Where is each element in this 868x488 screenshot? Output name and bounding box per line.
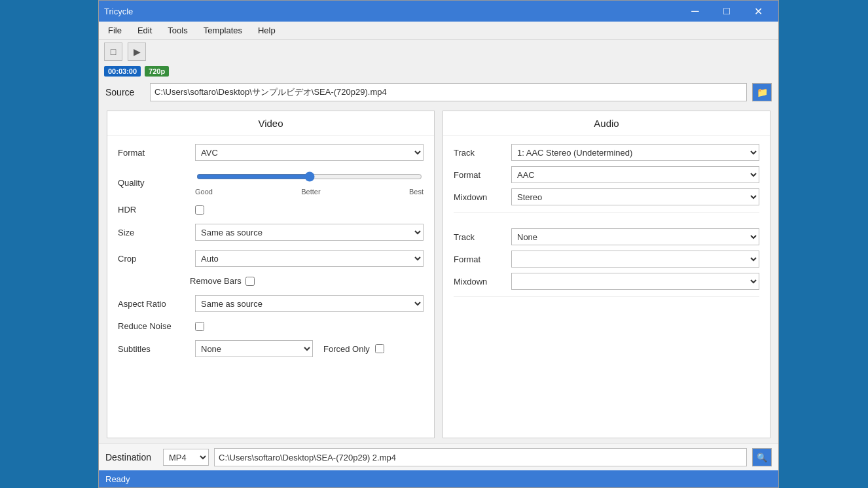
audio-panel-content: Track 1: AAC Stereo (Undetermined) None … (443, 136, 770, 311)
forced-only-checkbox[interactable] (375, 344, 384, 353)
remove-bars-checkbox[interactable] (245, 277, 255, 286)
remove-bars-label: Remove Bars (190, 276, 242, 286)
source-label: Source (105, 87, 145, 97)
destination-browse-button[interactable]: 🔍 (752, 448, 772, 466)
aspect-ratio-row: Aspect Ratio Same as source 16:9 4:3 1:1 (118, 295, 424, 312)
menu-edit[interactable]: Edit (134, 24, 156, 37)
size-label: Size (118, 228, 190, 237)
format-row: Format AVC H.265 VP9 AV1 (118, 144, 424, 161)
quality-label-better: Better (301, 188, 320, 196)
quality-row: Quality Good Better Best (118, 170, 424, 196)
audio-panel: Audio Track 1: AAC Stereo (Undetermined)… (443, 111, 770, 438)
source-browse-button[interactable]: 📁 (752, 83, 772, 101)
quality-slider-container (195, 170, 424, 185)
play-button[interactable]: ▶ (128, 43, 146, 61)
audio-mixdown2-select[interactable]: Stereo Mono (511, 273, 759, 290)
audio-track1-select[interactable]: 1: AAC Stereo (Undetermined) None (511, 144, 759, 161)
audio-mixdown1-row: Mixdown Stereo Mono 5.1 Dolby Pro Logic … (454, 188, 759, 205)
subtitles-select[interactable]: None English Japanese (195, 340, 313, 357)
aspect-ratio-label: Aspect Ratio (118, 299, 190, 309)
menu-templates[interactable]: Templates (200, 24, 246, 37)
audio-format2-label: Format (454, 254, 506, 264)
play-icon: ▶ (134, 46, 141, 57)
hdr-row: HDR (118, 205, 424, 215)
quality-label: Quality (118, 178, 190, 188)
format-select-wrap: AVC H.265 VP9 AV1 (195, 144, 424, 161)
audio-panel-title: Audio (443, 111, 770, 136)
audio-mixdown2-row: Mixdown Stereo Mono (454, 273, 759, 290)
audio-format2-row: Format AAC MP3 (454, 251, 759, 268)
audio-track1-row: Track 1: AAC Stereo (Undetermined) None (454, 144, 759, 161)
title-bar: Tricycle ─ □ ✕ (99, 1, 778, 22)
destination-format-select[interactable]: MP4 MKV WebM (163, 449, 209, 466)
audio-mixdown1-select-wrap: Stereo Mono 5.1 Dolby Pro Logic II (511, 188, 759, 205)
audio-track1-section: Track 1: AAC Stereo (Undetermined) None … (454, 144, 759, 213)
format-label: Format (118, 148, 190, 158)
draw-icon: □ (111, 46, 116, 57)
subtitles-label: Subtitles (118, 344, 190, 354)
quality-slider[interactable] (196, 170, 422, 183)
forced-only-label: Forced Only (323, 344, 370, 354)
hdr-checkbox[interactable] (195, 205, 204, 215)
audio-track2-row: Track None 1: AAC Stereo (Undetermined) (454, 228, 759, 245)
audio-track2-select-wrap: None 1: AAC Stereo (Undetermined) (511, 228, 759, 245)
tags-row: 00:03:00 720p (99, 63, 778, 79)
audio-track2-section: Track None 1: AAC Stereo (Undetermined) … (454, 228, 759, 297)
reduce-noise-label: Reduce Noise (118, 321, 190, 331)
video-panel: Video Format AVC H.265 VP9 AV1 (107, 111, 435, 438)
quality-labels: Good Better Best (195, 188, 424, 196)
audio-mixdown1-label: Mixdown (454, 192, 506, 202)
quality-area: Good Better Best (195, 170, 424, 196)
crop-select[interactable]: Auto None Custom (195, 250, 424, 267)
audio-format1-select[interactable]: AAC MP3 AC3 FLAC (511, 166, 759, 183)
status-bar: Ready (99, 470, 778, 487)
minimize-button[interactable]: ─ (680, 1, 710, 22)
size-select[interactable]: Same as source 1920x1080 1280x720 640x48… (195, 224, 424, 241)
audio-format1-row: Format AAC MP3 AC3 FLAC (454, 166, 759, 183)
audio-track2-select[interactable]: None 1: AAC Stereo (Undetermined) (511, 228, 759, 245)
aspect-ratio-select[interactable]: Same as source 16:9 4:3 1:1 (195, 295, 424, 312)
toolbar: □ ▶ (99, 40, 778, 63)
quality-label-good: Good (195, 188, 213, 196)
size-select-wrap: Same as source 1920x1080 1280x720 640x48… (195, 224, 424, 241)
menu-tools[interactable]: Tools (164, 24, 191, 37)
audio-format1-label: Format (454, 170, 506, 180)
source-row: Source 📁 (99, 79, 778, 105)
video-panel-content: Format AVC H.265 VP9 AV1 Quality (107, 136, 434, 365)
audio-track1-label: Track (454, 148, 506, 158)
menu-help[interactable]: Help (254, 24, 280, 37)
remove-bars-row: Remove Bars (190, 276, 424, 286)
source-input[interactable] (150, 83, 747, 101)
menu-bar: File Edit Tools Templates Help (99, 22, 778, 40)
audio-mixdown1-select[interactable]: Stereo Mono 5.1 Dolby Pro Logic II (511, 188, 759, 205)
subtitles-row: Subtitles None English Japanese Forced O… (118, 340, 424, 357)
audio-mixdown2-label: Mixdown (454, 277, 506, 287)
status-text: Ready (105, 474, 130, 484)
reduce-noise-checkbox[interactable] (195, 322, 204, 331)
subtitles-select-wrap: None English Japanese (195, 340, 313, 357)
audio-track1-select-wrap: 1: AAC Stereo (Undetermined) None (511, 144, 759, 161)
audio-track2-label: Track (454, 232, 506, 242)
reduce-noise-checkbox-wrap (195, 322, 204, 331)
crop-select-wrap: Auto None Custom (195, 250, 424, 267)
destination-input[interactable] (214, 448, 747, 466)
format-select[interactable]: AVC H.265 VP9 AV1 (195, 144, 424, 161)
folder-icon: 📁 (757, 87, 768, 97)
audio-format1-select-wrap: AAC MP3 AC3 FLAC (511, 166, 759, 183)
audio-format2-select-wrap: AAC MP3 (511, 251, 759, 268)
aspect-ratio-select-wrap: Same as source 16:9 4:3 1:1 (195, 295, 424, 312)
video-panel-title: Video (107, 111, 434, 136)
destination-label: Destination (105, 452, 158, 462)
close-button[interactable]: ✕ (743, 1, 773, 22)
reduce-noise-row: Reduce Noise (118, 321, 424, 331)
crop-label: Crop (118, 254, 190, 264)
audio-mixdown2-select-wrap: Stereo Mono (511, 273, 759, 290)
draw-button[interactable]: □ (104, 43, 122, 61)
menu-file[interactable]: File (104, 24, 126, 37)
size-row: Size Same as source 1920x1080 1280x720 6… (118, 224, 424, 241)
quality-label-best: Best (409, 188, 424, 196)
window-controls: ─ □ ✕ (680, 1, 773, 22)
maximize-button[interactable]: □ (712, 1, 742, 22)
audio-format2-select[interactable]: AAC MP3 (511, 251, 759, 268)
crop-row: Crop Auto None Custom (118, 250, 424, 267)
